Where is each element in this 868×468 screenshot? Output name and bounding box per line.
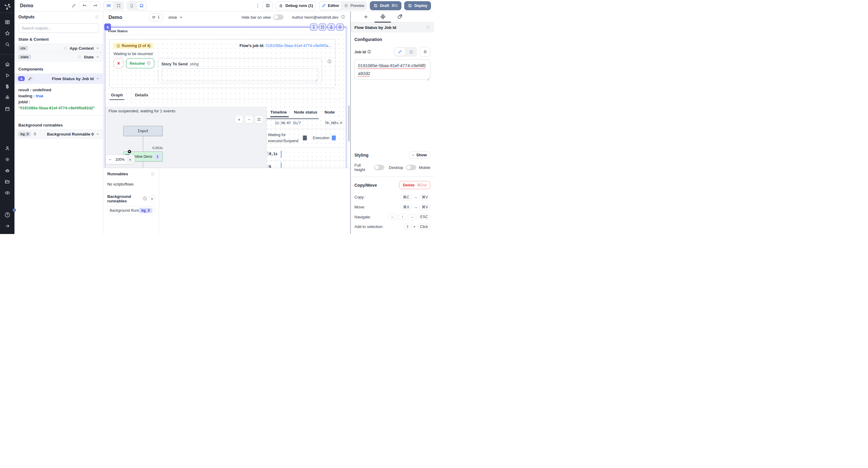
desktop-toggle[interactable]: [406, 165, 416, 170]
job-id-input[interactable]: 0191085e-5baa-81ef-4774-c9ef4f0a92d2: [354, 59, 430, 80]
sidebar-item-folders[interactable]: [0, 176, 14, 187]
mobile-view-button[interactable]: [127, 2, 136, 10]
fullscreen-icon[interactable]: [319, 24, 326, 31]
deploy-button[interactable]: Deploy: [404, 1, 431, 10]
editor-tab[interactable]: Editor: [319, 2, 341, 10]
sidebar-item-variables[interactable]: $: [0, 81, 14, 92]
expand-down-icon[interactable]: [310, 24, 317, 31]
ctx-row[interactable]: ctx App Context: [14, 44, 103, 53]
full-height-toggle[interactable]: [374, 165, 384, 170]
info-icon[interactable]: ⓘ: [341, 14, 345, 20]
flow-status-component[interactable]: a Flow Status: [105, 27, 346, 168]
cancel-button[interactable]: ×: [114, 59, 124, 68]
flow-graph[interactable]: Flow suspended, waiting for 1 events + −…: [105, 107, 266, 168]
search-outputs-input[interactable]: [19, 23, 99, 33]
doc-panel-icon[interactable]: [426, 25, 430, 30]
graph-node-input[interactable]: Input: [123, 126, 163, 136]
doc-panel-icon[interactable]: [150, 172, 155, 176]
flow-status-tabs: Graph Details: [110, 93, 342, 100]
sidebar-item-favorites[interactable]: [0, 28, 14, 39]
schedule-policy-dropdown[interactable]: once: [168, 15, 183, 20]
debug-runs-button[interactable]: Debug runs (1): [276, 1, 316, 10]
info-icon[interactable]: ⓘ: [328, 59, 332, 64]
chevron-up-icon[interactable]: [96, 77, 99, 80]
graph-controls: + −: [235, 115, 263, 124]
sidebar-item-workers[interactable]: [0, 165, 14, 176]
sidebar-item-apps[interactable]: [0, 16, 14, 28]
css-editor-tab[interactable]: [391, 14, 408, 22]
component-a-row[interactable]: a Flow Status by Job Id: [14, 73, 103, 84]
docs-button[interactable]: [262, 1, 273, 10]
resize-handle-icon[interactable]: [315, 78, 317, 80]
hide-bar-toggle[interactable]: [273, 14, 284, 20]
draft-button[interactable]: Draft ⌘S: [370, 1, 401, 10]
sidebar-item-users[interactable]: [0, 143, 14, 154]
sidebar-item-resources[interactable]: [0, 92, 14, 103]
desktop-view-button[interactable]: [137, 2, 146, 10]
tab-node-definition[interactable]: Node: [324, 110, 335, 117]
info-icon[interactable]: ⓘ: [143, 196, 147, 201]
main-sidebar: $: [0, 0, 14, 234]
job-id-link[interactable]: 0191085e-5baa-81ef-4774-c9ef4f0a...: [266, 43, 332, 48]
delete-component-button[interactable]: Delete ⌘Del: [399, 181, 430, 189]
anchor-icon[interactable]: [328, 24, 335, 31]
connect-input-icon[interactable]: [420, 47, 430, 57]
show-styling-button[interactable]: ‹ Show: [409, 151, 430, 159]
eval-input-icon[interactable]: [406, 48, 416, 56]
redo-button[interactable]: [90, 1, 100, 10]
component-id-tag[interactable]: a: [104, 24, 111, 30]
suspend-message: Flow suspended, waiting for 1 events: [108, 109, 176, 113]
rename-component-icon[interactable]: [27, 76, 33, 81]
story-field-card: Story To Sendstring: [158, 59, 322, 83]
tab-graph[interactable]: Graph: [110, 93, 124, 100]
sidebar-item-search[interactable]: [0, 39, 14, 50]
chevron-down-icon[interactable]: [96, 55, 99, 59]
sidebar-item-audit-logs[interactable]: [0, 187, 14, 198]
doc-panel-icon[interactable]: [95, 15, 99, 19]
fit-view-icon[interactable]: [255, 115, 263, 124]
help-button[interactable]: [0, 209, 14, 221]
chevron-down-icon[interactable]: [96, 46, 99, 50]
story-textarea[interactable]: [161, 68, 318, 81]
doc-icon: [63, 46, 67, 50]
zoom-out-icon[interactable]: −: [245, 115, 253, 124]
chevron-down-icon[interactable]: [96, 132, 99, 136]
zoom-in-icon[interactable]: +: [235, 115, 243, 124]
refresh-count-button[interactable]: ⟳ 1: [149, 13, 163, 22]
flow-status-body: Running (3 of 4) Flow's job Id: 0191085e…: [105, 35, 346, 168]
undo-button[interactable]: [79, 1, 90, 10]
resume-button[interactable]: Resume ⓘ: [126, 59, 154, 68]
bg-runnable-row[interactable]: Background Runna... bg_0: [107, 206, 155, 215]
sidebar-item-runs[interactable]: [0, 70, 14, 81]
sidebar-expand-button[interactable]: [0, 221, 14, 232]
zoom-out-icon[interactable]: −: [106, 157, 114, 162]
full-width-layout-button[interactable]: [114, 2, 123, 10]
sidebar-item-home[interactable]: [0, 59, 14, 70]
state-row[interactable]: state State: [14, 53, 103, 61]
tab-node-status[interactable]: Node status: [294, 110, 317, 117]
info-icon[interactable]: ⓘ: [367, 49, 371, 55]
resize-handle-icon[interactable]: [427, 76, 429, 79]
tab-details[interactable]: Details: [133, 93, 150, 100]
draft-shortcut: ⌘S: [391, 3, 398, 8]
preview-tab[interactable]: Preview: [342, 2, 366, 10]
app-canvas[interactable]: a Flow Status: [103, 23, 350, 168]
move-shortcut-row: Move: ⌘X→⌘V: [351, 202, 434, 212]
horizontal-scrollbar[interactable]: [267, 118, 319, 119]
static-input-icon[interactable]: [395, 48, 405, 56]
more-menu-button[interactable]: ⋮: [255, 3, 260, 8]
centered-layout-button[interactable]: [104, 2, 113, 10]
vertical-scrollbar[interactable]: [348, 105, 350, 141]
edit-title-icon[interactable]: [71, 3, 76, 8]
zoom-in-icon[interactable]: +: [126, 156, 134, 163]
insert-component-tab[interactable]: [358, 14, 374, 22]
tab-timeline[interactable]: Timeline: [270, 110, 287, 117]
bg0-row[interactable]: bg_0 Background Runnable 0: [14, 130, 103, 138]
sidebar-item-schedules[interactable]: [0, 103, 14, 114]
job-id-field-label: Job Id: [354, 50, 366, 54]
sidebar-item-settings[interactable]: [0, 154, 14, 165]
move-icon[interactable]: [336, 24, 344, 31]
resume-label: Resume: [130, 61, 145, 66]
component-settings-tab[interactable]: [374, 14, 391, 22]
add-bg-runnable-button[interactable]: +: [149, 195, 155, 203]
